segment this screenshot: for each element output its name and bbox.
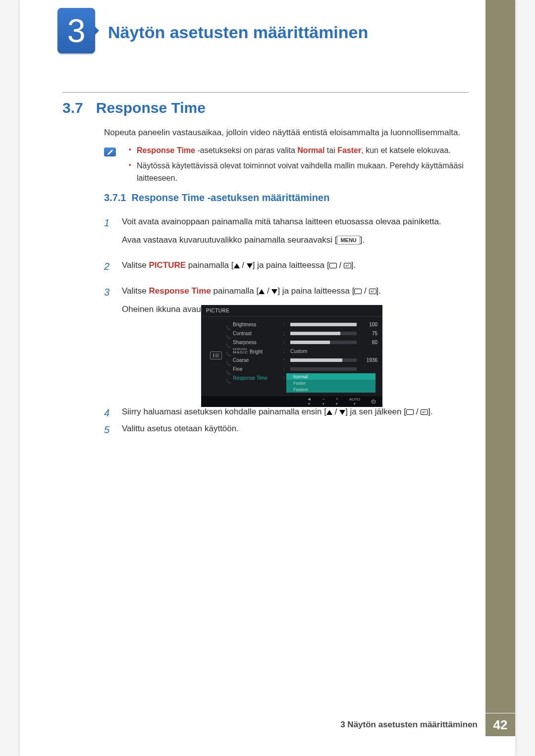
step-text: Avaa vastaava kuvaruutuvalikko painamall…: [122, 233, 471, 247]
enter-icon: [369, 289, 376, 294]
note-icon: [104, 148, 116, 156]
down-arrow-icon: [271, 289, 277, 294]
page-footer: 3 Näytön asetusten määrittäminen 42: [20, 713, 515, 736]
section-title: Response Time: [96, 100, 206, 116]
chapter-tab: 3: [57, 8, 95, 53]
up-arrow-icon: [234, 263, 240, 268]
step-2: 2 Valitse PICTURE painamalla [ / ] ja pa…: [104, 258, 471, 277]
page-number: 42: [485, 713, 515, 736]
note-list: Response Time -asetukseksi on paras vali…: [129, 145, 471, 184]
subsection-heading: 3.7.1 Response Time -asetuksen määrittäm…: [104, 192, 329, 203]
section-intro: Nopeuta paneelin vastausaikaa, jolloin v…: [104, 127, 466, 139]
osd-row-coarse: Coarse : 1936: [226, 355, 377, 364]
step-text: Valittu asetus otetaan käyttöön.: [122, 422, 471, 435]
step-1: 1 Voit avata avainoppaan painamalla mitä…: [104, 215, 471, 252]
enter-icon: [421, 409, 428, 415]
note-item: Näytössä käytettävissä olevat toiminnot …: [129, 160, 471, 185]
document-page: 3 Näytön asetusten määrittäminen 3.7 Res…: [20, 0, 515, 756]
osd-auto-label: AUTO▾: [349, 398, 360, 406]
osd-option-selected: Normal: [286, 373, 375, 380]
up-arrow-icon: [326, 410, 332, 415]
step-number: 3: [104, 284, 113, 321]
osd-row-contrast: Contrast : 75: [226, 329, 377, 338]
osd-row-fine: Fine :: [226, 364, 377, 373]
down-arrow-icon: [339, 410, 345, 415]
step-text: Siirry haluamasi asetuksen kohdalle pain…: [122, 405, 471, 418]
osd-row-sharpness: Sharpness : 60: [226, 338, 377, 347]
step-4: 4 Siirry haluamasi asetuksen kohdalle pa…: [104, 405, 471, 423]
side-stripe: [485, 0, 515, 713]
note-item: Response Time -asetukseksi on paras vali…: [129, 145, 471, 157]
step-number: 2: [104, 258, 113, 277]
enter-icon: [344, 263, 351, 268]
display-icon: [329, 263, 337, 268]
osd-dropdown: Normal Faster Fastest: [286, 373, 375, 393]
note-block: Response Time -asetukseksi on paras vali…: [104, 145, 471, 187]
step-text: Valitse PICTURE painamalla [ / ] ja pain…: [122, 258, 471, 272]
menu-key-icon: MENU: [337, 236, 360, 245]
step-number: 4: [104, 405, 113, 423]
section-number: 3.7: [62, 100, 83, 116]
chapter-title: Näytön asetusten määrittäminen: [108, 23, 368, 42]
osd-option: Fastest: [286, 386, 375, 393]
step-number: 1: [104, 215, 113, 252]
osd-menu-title: PICTURE: [201, 305, 382, 317]
up-arrow-icon: [259, 289, 265, 294]
osd-preview: PICTURE Brightness : 100 Contrast : 75: [201, 305, 382, 407]
display-icon: [406, 409, 414, 415]
display-icon: [354, 289, 362, 294]
step-text: Voit avata avainoppaan painamalla mitä t…: [122, 215, 471, 228]
step-5: 5 Valittu asetus otetaan käyttöön.: [104, 422, 471, 440]
osd-row-brightness: Brightness : 100: [226, 320, 377, 329]
osd-row-magic-bright: SAMSUNGMAGIC Bright : Custom: [226, 347, 377, 355]
chapter-number: 3: [67, 12, 86, 50]
step-text: Valitse Response Time painamalla [ / ] j…: [122, 284, 471, 298]
footer-chapter-label: 3 Näytön asetusten määrittäminen: [332, 713, 485, 736]
step-number: 5: [104, 422, 113, 440]
down-arrow-icon: [247, 263, 253, 268]
osd-side-icon: [206, 320, 226, 391]
osd-power-icon: ⏻: [371, 400, 375, 404]
osd-option: Faster: [286, 380, 375, 386]
section-header: 3.7 Response Time: [62, 92, 469, 116]
